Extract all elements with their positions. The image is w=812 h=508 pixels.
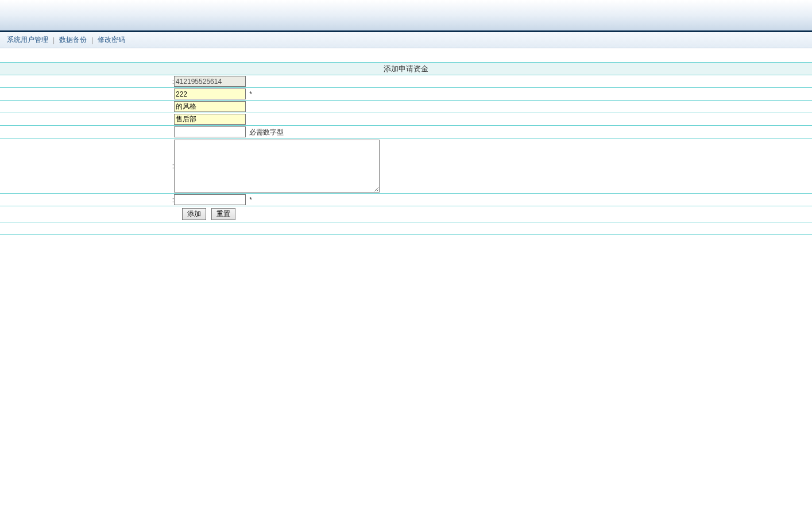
form-row-extra: : * <box>0 194 812 206</box>
form-title-row: 添加申请资金 <box>0 63 812 75</box>
input-extra[interactable] <box>174 194 246 205</box>
form-row-code: * <box>0 88 812 101</box>
label-amount <box>0 126 174 138</box>
label-id: : <box>0 75 174 88</box>
form-title: 添加申请资金 <box>0 63 812 75</box>
header-banner <box>0 0 812 32</box>
input-code[interactable] <box>174 88 246 99</box>
suffix-amount: 必需数字型 <box>249 128 284 136</box>
input-style[interactable] <box>174 101 246 112</box>
label-remark: : <box>0 138 174 194</box>
form-table: 添加申请资金 : * <box>0 62 812 235</box>
label-dept <box>0 113 174 126</box>
form-bottom-spacer <box>0 222 812 235</box>
submit-button[interactable]: 添加 <box>182 208 206 220</box>
input-amount[interactable] <box>174 126 246 137</box>
nav-system-user[interactable]: 系统用户管理 <box>2 35 53 45</box>
suffix-extra: * <box>249 196 252 204</box>
input-id <box>174 76 246 87</box>
input-remark[interactable] <box>174 140 380 193</box>
form-row-amount: 必需数字型 <box>0 126 812 138</box>
nav-data-backup[interactable]: 数据备份 <box>55 35 91 45</box>
nav-change-password[interactable]: 修改密码 <box>93 35 130 45</box>
form-row-id: : <box>0 75 812 88</box>
label-code <box>0 88 174 101</box>
reset-button[interactable]: 重置 <box>211 208 235 220</box>
form-button-row: 添加 重置 <box>0 206 812 222</box>
input-dept[interactable] <box>174 114 246 125</box>
label-style <box>0 101 174 113</box>
form-row-style <box>0 101 812 113</box>
label-extra: : <box>0 194 174 206</box>
form-row-dept <box>0 113 812 126</box>
nav-bar: 系统用户管理 | 数据备份 | 修改密码 <box>0 32 812 48</box>
form-row-remark: : <box>0 138 812 194</box>
suffix-code: * <box>249 90 252 98</box>
content-area: 添加申请资金 : * <box>0 48 812 235</box>
label-buttons <box>0 206 174 222</box>
